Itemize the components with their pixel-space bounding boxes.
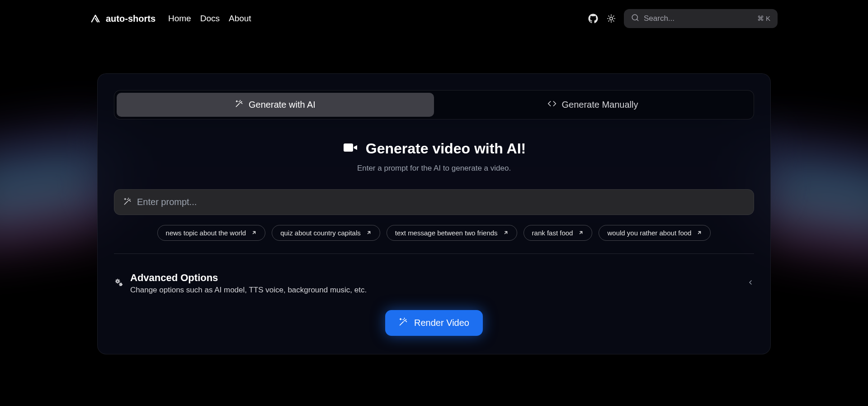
advanced-desc: Change options such as AI model, TTS voi… [130, 286, 741, 295]
heading: Generate video with AI! [114, 139, 754, 158]
magic-wand-icon [399, 317, 408, 329]
svg-line-3 [609, 16, 609, 16]
nav-link-home[interactable]: Home [168, 14, 191, 24]
svg-line-4 [613, 21, 614, 21]
chevron-left-icon [747, 279, 754, 288]
nav-link-about[interactable]: About [229, 14, 251, 24]
video-icon [342, 139, 359, 158]
page-title: Generate video with AI! [366, 140, 526, 157]
tab-manual-label: Generate Manually [562, 100, 638, 110]
suggestion-chip[interactable]: quiz about country capitals [272, 225, 380, 241]
brand-name: auto-shorts [106, 14, 156, 24]
main-card: Generate with AI Generate Manually Gener… [97, 73, 771, 354]
brand[interactable]: auto-shorts [90, 14, 156, 24]
page-subtitle: Enter a prompt for the AI to generate a … [114, 164, 754, 173]
chip-label: would you rather about food [607, 229, 691, 237]
header: auto-shorts Home Docs About Search... ⌘ … [0, 0, 868, 37]
prompt-input[interactable] [137, 197, 745, 207]
suggestion-chip[interactable]: rank fast food [524, 225, 593, 241]
arrow-up-right-icon [251, 229, 257, 237]
nav-links: Home Docs About [168, 14, 251, 24]
search-placeholder: Search... [644, 14, 757, 23]
render-video-button[interactable]: Render Video [385, 310, 483, 336]
arrow-up-right-icon [366, 229, 372, 237]
tab-ai-label: Generate with AI [249, 100, 316, 110]
suggestion-chips: news topic about the world quiz about co… [114, 225, 754, 241]
nav-link-docs[interactable]: Docs [200, 14, 220, 24]
bg-decor-right [755, 154, 868, 290]
chip-label: quiz about country capitals [280, 229, 361, 237]
tabs: Generate with AI Generate Manually [114, 90, 754, 119]
prompt-input-wrap [114, 189, 754, 215]
bg-decor-left [0, 145, 113, 281]
suggestion-chip[interactable]: would you rather about food [599, 225, 711, 241]
brand-logo-icon [90, 14, 100, 24]
arrow-up-right-icon [503, 229, 509, 237]
chip-label: rank fast food [532, 229, 573, 237]
svg-rect-11 [344, 143, 353, 152]
advanced-title: Advanced Options [130, 272, 741, 284]
svg-line-7 [609, 21, 609, 21]
tab-generate-ai[interactable]: Generate with AI [117, 93, 434, 117]
tab-generate-manually[interactable]: Generate Manually [434, 93, 751, 117]
svg-line-10 [637, 19, 638, 20]
theme-toggle-icon[interactable] [606, 13, 617, 24]
arrow-up-right-icon [578, 229, 584, 237]
advanced-options-toggle[interactable]: Advanced Options Change options such as … [114, 272, 754, 295]
search-box[interactable]: Search... ⌘ K [624, 9, 778, 28]
render-button-label: Render Video [414, 318, 469, 328]
chip-label: news topic about the world [166, 229, 246, 237]
search-shortcut: ⌘ K [757, 14, 770, 23]
arrow-up-right-icon [697, 229, 702, 237]
github-icon[interactable] [588, 13, 599, 24]
suggestion-chip[interactable]: news topic about the world [157, 225, 266, 241]
svg-point-0 [610, 17, 613, 20]
divider [114, 253, 754, 254]
magic-wand-icon [235, 100, 243, 110]
chip-label: text message between two friends [395, 229, 498, 237]
suggestion-chip[interactable]: text message between two friends [387, 225, 517, 241]
search-icon [631, 14, 644, 24]
code-icon [547, 99, 557, 110]
magic-wand-icon [123, 197, 132, 207]
svg-line-8 [613, 16, 614, 16]
gears-icon [114, 277, 124, 289]
